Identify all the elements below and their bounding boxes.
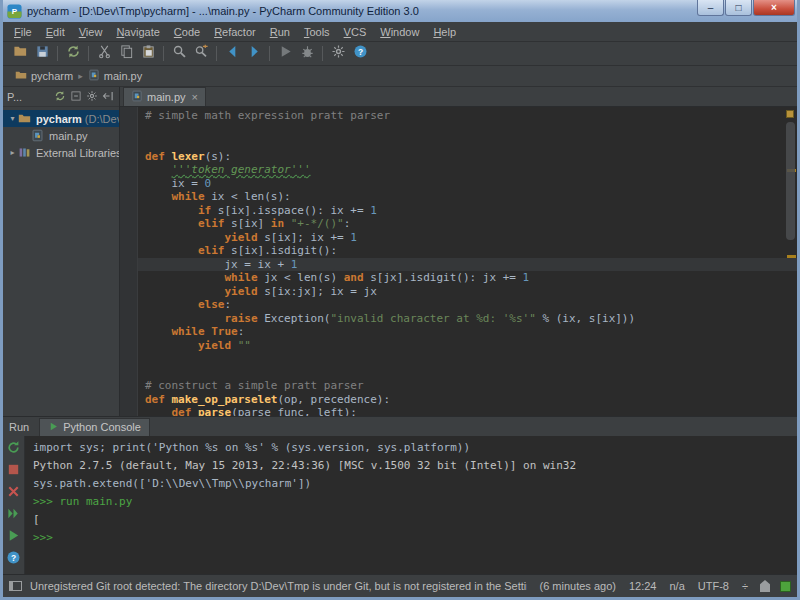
debug-button[interactable] — [296, 43, 318, 64]
project-panel-header: P... — [3, 87, 119, 107]
settings-icon[interactable] — [86, 90, 99, 103]
play-icon — [6, 528, 21, 547]
replace-icon — [194, 44, 209, 63]
code-editor[interactable]: # simple math expression pratt parser de… — [120, 107, 797, 416]
menu-bar: FileEditViewNavigateCodeRefactorRunTools… — [3, 22, 797, 42]
breadcrumb-project-label: pycharm — [31, 70, 73, 82]
rerun-icon — [6, 440, 21, 459]
breadcrumb-file[interactable]: main.py — [84, 68, 147, 84]
toolbar-separator — [88, 46, 89, 61]
maximize-button[interactable]: □ — [725, 0, 752, 16]
tree-item-main-py[interactable]: main.py — [3, 127, 119, 144]
toolbar-separator — [57, 46, 58, 61]
status-item--[interactable]: ÷ — [742, 580, 748, 592]
toolwindow-toggle-icon[interactable] — [9, 581, 22, 591]
project-panel-title[interactable]: P... — [7, 91, 22, 103]
open-button[interactable] — [9, 43, 31, 64]
menu-item-navigate[interactable]: Navigate — [109, 24, 166, 40]
run-button[interactable] — [274, 43, 296, 64]
breadcrumb-project[interactable]: pycharm — [11, 68, 77, 84]
hector-icon[interactable] — [760, 580, 770, 592]
code-line: yield s[ix]; ix += 1 — [138, 231, 797, 245]
library-icon — [18, 146, 33, 160]
cut-button[interactable] — [93, 43, 115, 64]
code-line: while True: — [138, 325, 797, 339]
synchronize-button[interactable] — [62, 43, 84, 64]
titlebar[interactable]: P pycharm - [D:\Dev\Tmp\pycharm] - ...\m… — [3, 0, 797, 22]
copy-button[interactable] — [115, 43, 137, 64]
status-item-12-24[interactable]: 12:24 — [629, 580, 657, 592]
memory-indicator[interactable] — [780, 581, 791, 592]
run-tool-window: Run Python Console ? import sys; print('… — [3, 416, 797, 574]
forward-button[interactable] — [243, 43, 265, 64]
status-message[interactable]: Unregistered Git root detected: The dire… — [30, 580, 527, 592]
menu-item-code[interactable]: Code — [167, 24, 207, 40]
rerun-button[interactable] — [6, 441, 22, 457]
tree-item-path: (D:\Dev\Tmp — [85, 113, 119, 125]
code-line: ix = 0 — [138, 177, 797, 191]
chevron-right-icon[interactable]: ▸ — [7, 148, 18, 157]
tab-python-console[interactable]: Python Console — [39, 418, 150, 436]
toolbar-separator — [216, 46, 217, 61]
minimize-button[interactable]: – — [697, 0, 724, 16]
find-icon — [172, 44, 187, 63]
tab-main-py[interactable]: main.py × — [123, 87, 206, 106]
tree-item-pycharm[interactable]: ▾pycharm (D:\Dev\Tmp — [3, 110, 119, 127]
menu-item-view[interactable]: View — [72, 24, 110, 40]
status-item-utf-8[interactable]: UTF-8 — [698, 580, 729, 592]
python-file-icon — [131, 90, 143, 104]
code-line: '''token generator''' — [138, 163, 797, 177]
back-button[interactable] — [221, 43, 243, 64]
help-button[interactable]: ? — [6, 551, 22, 567]
status-item--6-minutes-ago-[interactable]: (6 minutes ago) — [540, 580, 616, 592]
find-button[interactable] — [168, 43, 190, 64]
inspection-indicator-icon[interactable] — [786, 110, 794, 118]
console-line: >>> run main.py — [33, 493, 789, 511]
breadcrumb-file-label: main.py — [104, 70, 143, 82]
menu-item-run[interactable]: Run — [263, 24, 297, 40]
code-line — [138, 352, 797, 366]
collapse-all-icon[interactable] — [70, 90, 83, 103]
menu-item-tools[interactable]: Tools — [297, 24, 337, 40]
play-button[interactable] — [6, 529, 22, 545]
menu-item-file[interactable]: File — [7, 24, 39, 40]
menu-item-refactor[interactable]: Refactor — [207, 24, 263, 40]
chevron-down-icon[interactable]: ▾ — [7, 114, 18, 123]
synchronize-icon[interactable] — [54, 90, 67, 103]
help-button[interactable]: ? — [349, 43, 371, 64]
code-line — [138, 136, 797, 150]
close-button[interactable]: × — [753, 0, 795, 16]
replace-button[interactable] — [190, 43, 212, 64]
tree-item-external-libraries[interactable]: ▸External Libraries — [3, 144, 119, 161]
toolbar-separator — [322, 46, 323, 61]
save-all-button[interactable] — [31, 43, 53, 64]
hide-icon[interactable] — [102, 90, 115, 103]
editor-scrollbar[interactable] — [786, 122, 795, 240]
code-line: yield s[ix:jx]; ix = jx — [138, 285, 797, 299]
tree-item-label: main.py — [49, 130, 88, 142]
main-area: P... ▾pycharm (D:\Dev\Tmpmain.py▸Externa… — [3, 87, 797, 416]
menu-item-help[interactable]: Help — [426, 24, 463, 40]
code-line: elif s[ix] in "+-*/()": — [138, 217, 797, 231]
stop-button[interactable] — [6, 463, 22, 479]
menu-item-vcs[interactable]: VCS — [337, 24, 374, 40]
close-button[interactable] — [6, 485, 22, 501]
tree-item-label: pycharm — [36, 113, 82, 125]
paste-button[interactable] — [137, 43, 159, 64]
settings-button[interactable] — [327, 43, 349, 64]
console-output[interactable]: import sys; print('Python %s on %s' % (s… — [25, 436, 797, 574]
menu-item-window[interactable]: Window — [373, 24, 426, 40]
warning-stripe-mark[interactable] — [787, 255, 796, 258]
editor-area: main.py × # simple math expression pratt… — [120, 87, 797, 416]
menu-item-edit[interactable]: Edit — [39, 24, 72, 40]
pycharm-logo-icon: P — [7, 4, 22, 19]
code-line: while ix < len(s): — [138, 190, 797, 204]
save-all-icon — [35, 44, 50, 63]
tab-close-icon[interactable]: × — [192, 91, 198, 103]
execute-button[interactable] — [6, 507, 22, 523]
console-tab-label: Python Console — [63, 421, 141, 433]
status-item-n-a[interactable]: n/a — [669, 580, 684, 592]
help-icon: ? — [353, 44, 368, 63]
editor-tabs: main.py × — [120, 87, 797, 107]
run-panel-header: Run Python Console — [3, 417, 797, 436]
